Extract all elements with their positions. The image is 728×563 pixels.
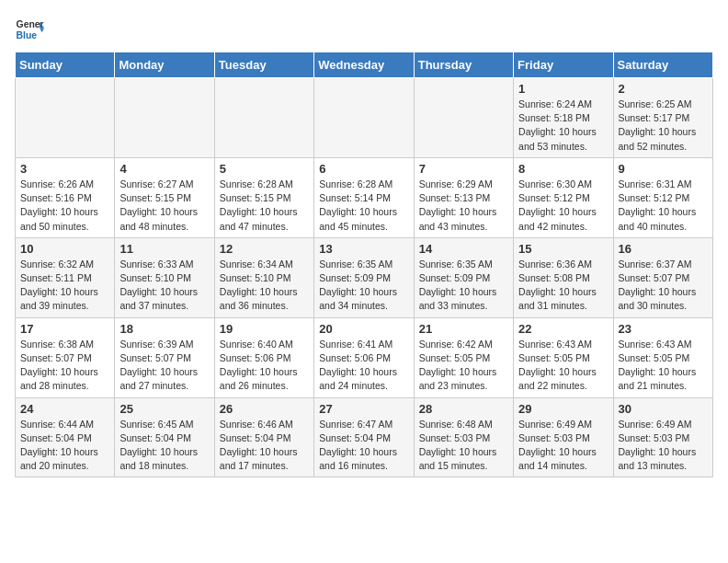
calendar-cell: 23Sunrise: 6:43 AM Sunset: 5:05 PM Dayli… <box>613 317 712 397</box>
calendar-cell: 8Sunrise: 6:30 AM Sunset: 5:12 PM Daylig… <box>514 157 613 237</box>
day-info: Sunrise: 6:46 AM Sunset: 5:04 PM Dayligh… <box>220 418 309 474</box>
day-number: 16 <box>619 242 708 256</box>
logo-icon: General Blue <box>15 15 44 44</box>
day-info: Sunrise: 6:24 AM Sunset: 5:18 PM Dayligh… <box>518 98 608 154</box>
calendar-cell: 20Sunrise: 6:41 AM Sunset: 5:06 PM Dayli… <box>314 317 414 397</box>
day-info: Sunrise: 6:30 AM Sunset: 5:12 PM Dayligh… <box>518 178 608 234</box>
calendar-cell: 11Sunrise: 6:33 AM Sunset: 5:10 PM Dayli… <box>115 237 214 317</box>
day-number: 2 <box>619 82 708 96</box>
calendar-cell: 9Sunrise: 6:31 AM Sunset: 5:12 PM Daylig… <box>613 157 712 237</box>
day-number: 15 <box>518 242 608 256</box>
day-number: 12 <box>220 242 309 256</box>
day-info: Sunrise: 6:26 AM Sunset: 5:16 PM Dayligh… <box>20 178 109 234</box>
day-number: 4 <box>119 162 209 176</box>
day-info: Sunrise: 6:32 AM Sunset: 5:11 PM Dayligh… <box>20 258 109 314</box>
calendar-cell: 7Sunrise: 6:29 AM Sunset: 5:13 PM Daylig… <box>414 157 513 237</box>
calendar-cell <box>314 78 414 158</box>
calendar-cell: 1Sunrise: 6:24 AM Sunset: 5:18 PM Daylig… <box>514 78 613 158</box>
calendar-cell: 22Sunrise: 6:43 AM Sunset: 5:05 PM Dayli… <box>514 317 613 397</box>
day-number: 6 <box>319 162 408 176</box>
day-info: Sunrise: 6:43 AM Sunset: 5:05 PM Dayligh… <box>518 338 608 394</box>
svg-text:Blue: Blue <box>17 30 38 40</box>
calendar-cell: 14Sunrise: 6:35 AM Sunset: 5:09 PM Dayli… <box>414 237 513 317</box>
calendar-week-2: 3Sunrise: 6:26 AM Sunset: 5:16 PM Daylig… <box>16 157 713 237</box>
calendar-cell: 28Sunrise: 6:48 AM Sunset: 5:03 PM Dayli… <box>414 397 513 477</box>
calendar-cell: 21Sunrise: 6:42 AM Sunset: 5:05 PM Dayli… <box>414 317 513 397</box>
calendar-cell <box>414 78 513 158</box>
day-info: Sunrise: 6:28 AM Sunset: 5:15 PM Dayligh… <box>220 178 309 234</box>
day-info: Sunrise: 6:44 AM Sunset: 5:04 PM Dayligh… <box>20 418 109 474</box>
day-number: 11 <box>119 242 209 256</box>
day-info: Sunrise: 6:25 AM Sunset: 5:17 PM Dayligh… <box>619 98 708 154</box>
weekday-header-row: SundayMondayTuesdayWednesdayThursdayFrid… <box>16 52 713 78</box>
calendar-cell: 27Sunrise: 6:47 AM Sunset: 5:04 PM Dayli… <box>314 397 414 477</box>
day-number: 14 <box>419 242 508 256</box>
day-info: Sunrise: 6:40 AM Sunset: 5:06 PM Dayligh… <box>220 338 309 394</box>
calendar-cell: 12Sunrise: 6:34 AM Sunset: 5:10 PM Dayli… <box>214 237 313 317</box>
day-number: 21 <box>419 322 508 336</box>
day-info: Sunrise: 6:27 AM Sunset: 5:15 PM Dayligh… <box>119 178 209 234</box>
calendar-week-1: 1Sunrise: 6:24 AM Sunset: 5:18 PM Daylig… <box>16 78 713 158</box>
day-info: Sunrise: 6:47 AM Sunset: 5:04 PM Dayligh… <box>319 418 408 474</box>
calendar-table: SundayMondayTuesdayWednesdayThursdayFrid… <box>15 52 713 477</box>
day-number: 20 <box>319 322 408 336</box>
calendar-week-4: 17Sunrise: 6:38 AM Sunset: 5:07 PM Dayli… <box>16 317 713 397</box>
calendar-week-5: 24Sunrise: 6:44 AM Sunset: 5:04 PM Dayli… <box>16 397 713 477</box>
day-info: Sunrise: 6:43 AM Sunset: 5:05 PM Dayligh… <box>619 338 708 394</box>
calendar-cell <box>115 78 214 158</box>
day-number: 30 <box>619 402 708 416</box>
day-info: Sunrise: 6:35 AM Sunset: 5:09 PM Dayligh… <box>419 258 508 314</box>
day-info: Sunrise: 6:48 AM Sunset: 5:03 PM Dayligh… <box>419 418 508 474</box>
day-info: Sunrise: 6:39 AM Sunset: 5:07 PM Dayligh… <box>119 338 209 394</box>
day-info: Sunrise: 6:37 AM Sunset: 5:07 PM Dayligh… <box>619 258 708 314</box>
calendar-cell: 17Sunrise: 6:38 AM Sunset: 5:07 PM Dayli… <box>16 317 115 397</box>
calendar-cell: 13Sunrise: 6:35 AM Sunset: 5:09 PM Dayli… <box>314 237 414 317</box>
calendar-cell <box>16 78 115 158</box>
logo: General Blue <box>15 15 48 44</box>
day-number: 24 <box>20 402 109 416</box>
day-number: 28 <box>419 402 508 416</box>
day-number: 7 <box>419 162 508 176</box>
calendar-cell: 16Sunrise: 6:37 AM Sunset: 5:07 PM Dayli… <box>613 237 712 317</box>
weekday-header-monday: Monday <box>115 52 214 78</box>
day-info: Sunrise: 6:33 AM Sunset: 5:10 PM Dayligh… <box>119 258 209 314</box>
weekday-header-thursday: Thursday <box>414 52 513 78</box>
page-header: General Blue <box>15 15 713 44</box>
day-info: Sunrise: 6:35 AM Sunset: 5:09 PM Dayligh… <box>319 258 408 314</box>
day-info: Sunrise: 6:34 AM Sunset: 5:10 PM Dayligh… <box>220 258 309 314</box>
calendar-cell: 15Sunrise: 6:36 AM Sunset: 5:08 PM Dayli… <box>514 237 613 317</box>
day-number: 5 <box>220 162 309 176</box>
day-info: Sunrise: 6:28 AM Sunset: 5:14 PM Dayligh… <box>319 178 408 234</box>
weekday-header-friday: Friday <box>514 52 613 78</box>
calendar-cell: 25Sunrise: 6:45 AM Sunset: 5:04 PM Dayli… <box>115 397 214 477</box>
day-number: 18 <box>119 322 209 336</box>
calendar-cell: 19Sunrise: 6:40 AM Sunset: 5:06 PM Dayli… <box>214 317 313 397</box>
calendar-body: 1Sunrise: 6:24 AM Sunset: 5:18 PM Daylig… <box>16 78 713 477</box>
day-number: 8 <box>518 162 608 176</box>
calendar-cell: 5Sunrise: 6:28 AM Sunset: 5:15 PM Daylig… <box>214 157 313 237</box>
calendar-cell: 4Sunrise: 6:27 AM Sunset: 5:15 PM Daylig… <box>115 157 214 237</box>
day-info: Sunrise: 6:36 AM Sunset: 5:08 PM Dayligh… <box>518 258 608 314</box>
calendar-cell: 29Sunrise: 6:49 AM Sunset: 5:03 PM Dayli… <box>514 397 613 477</box>
day-number: 13 <box>319 242 408 256</box>
calendar-week-3: 10Sunrise: 6:32 AM Sunset: 5:11 PM Dayli… <box>16 237 713 317</box>
weekday-header-sunday: Sunday <box>16 52 115 78</box>
weekday-header-saturday: Saturday <box>613 52 712 78</box>
day-number: 1 <box>518 82 608 96</box>
svg-marker-3 <box>40 28 44 32</box>
day-number: 22 <box>518 322 608 336</box>
day-number: 9 <box>619 162 708 176</box>
weekday-header-tuesday: Tuesday <box>214 52 313 78</box>
day-info: Sunrise: 6:38 AM Sunset: 5:07 PM Dayligh… <box>20 338 109 394</box>
day-number: 27 <box>319 402 408 416</box>
day-number: 26 <box>220 402 309 416</box>
day-number: 10 <box>20 242 109 256</box>
day-number: 23 <box>619 322 708 336</box>
day-info: Sunrise: 6:42 AM Sunset: 5:05 PM Dayligh… <box>419 338 508 394</box>
calendar-cell: 24Sunrise: 6:44 AM Sunset: 5:04 PM Dayli… <box>16 397 115 477</box>
calendar-cell: 2Sunrise: 6:25 AM Sunset: 5:17 PM Daylig… <box>613 78 712 158</box>
day-number: 17 <box>20 322 109 336</box>
day-number: 25 <box>119 402 209 416</box>
calendar-cell <box>214 78 313 158</box>
day-info: Sunrise: 6:29 AM Sunset: 5:13 PM Dayligh… <box>419 178 508 234</box>
